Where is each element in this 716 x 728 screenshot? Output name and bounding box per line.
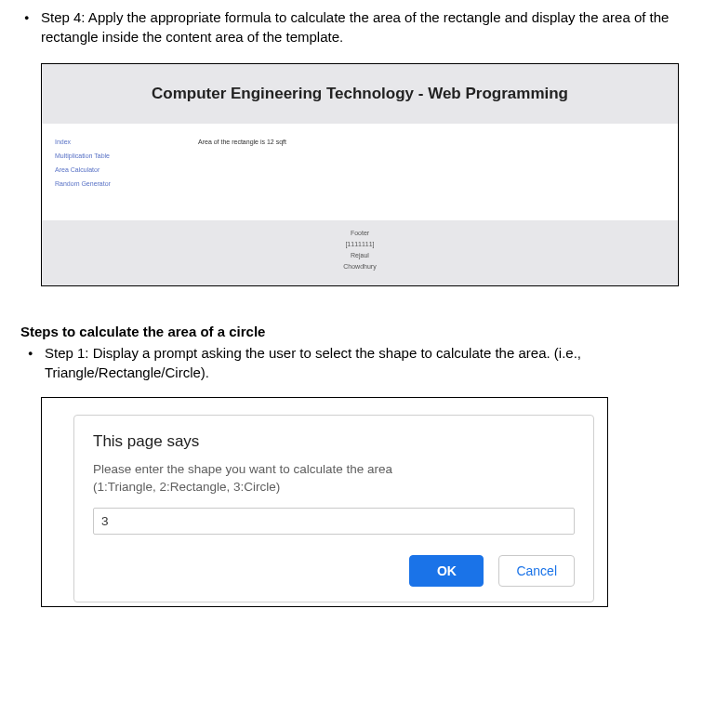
circle-steps-heading: Steps to calculate the area of a circle <box>19 324 697 339</box>
footer-line3: Rejaul <box>42 250 678 261</box>
webpage-sidebar: Index Multiplication Table Area Calculat… <box>42 124 189 220</box>
sidebar-item-area-calculator[interactable]: Area Calculator <box>55 166 179 173</box>
screenshot-prompt-dialog: This page says Please enter the shape yo… <box>41 397 608 607</box>
sidebar-item-multiplication[interactable]: Multiplication Table <box>55 152 179 159</box>
webpage-body: Index Multiplication Table Area Calculat… <box>42 124 678 220</box>
dialog-title: This page says <box>93 432 575 451</box>
bullet-dot-icon: ● <box>19 7 41 46</box>
cancel-button[interactable]: Cancel <box>498 555 575 587</box>
webpage-footer: Footer [1111111] Rejaul Chowdhury <box>42 220 678 285</box>
dialog-input[interactable] <box>93 508 575 535</box>
prompt-dialog: This page says Please enter the shape yo… <box>73 415 594 602</box>
footer-line1: Footer <box>42 228 678 239</box>
webpage-title: Computer Engineering Technology - Web Pr… <box>51 85 669 103</box>
footer-line4: Chowdhury <box>42 261 678 272</box>
screenshot-webpage: Computer Engineering Technology - Web Pr… <box>41 63 679 286</box>
sidebar-item-index[interactable]: Index <box>55 139 179 145</box>
dialog-message-line2: (1:Triangle, 2:Rectangle, 3:Circle) <box>93 480 280 494</box>
webpage-content: Area of the rectangle is 12 sqft <box>189 124 678 220</box>
dialog-message-line1: Please enter the shape you want to calcu… <box>93 462 392 476</box>
ok-button[interactable]: OK <box>409 555 484 587</box>
webpage-header: Computer Engineering Technology - Web Pr… <box>42 64 678 124</box>
circle-step1-text: Step 1: Display a prompt asking the user… <box>45 343 697 382</box>
dialog-message: Please enter the shape you want to calcu… <box>93 460 575 496</box>
sidebar-item-random-generator[interactable]: Random Generator <box>55 180 179 187</box>
content-area-result: Area of the rectangle is 12 sqft <box>198 139 286 145</box>
footer-line2: [1111111] <box>42 239 678 250</box>
step4-bullet: ● Step 4: Apply the appropriate formula … <box>19 7 697 46</box>
step4-text: Step 4: Apply the appropriate formula to… <box>41 7 697 46</box>
bullet-dot-icon: ● <box>22 343 45 382</box>
dialog-button-row: OK Cancel <box>93 555 575 587</box>
circle-step1-bullet: ● Step 1: Display a prompt asking the us… <box>19 343 697 382</box>
